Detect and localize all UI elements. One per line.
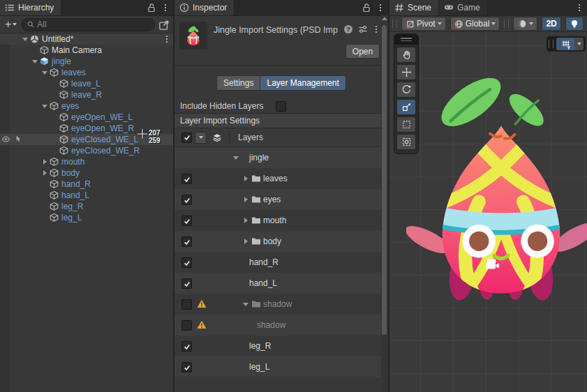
layer-checkbox[interactable]	[181, 216, 192, 226]
layer-checkbox[interactable]	[181, 341, 192, 352]
grid-visibility-toggle[interactable]: Y	[556, 38, 574, 50]
hierarchy-item-leaves[interactable]: leaves	[0, 67, 173, 78]
tab-hierarchy[interactable]: Hierarchy	[0, 0, 61, 15]
kebab-menu-icon[interactable]	[373, 24, 380, 34]
layer-row-hand_r[interactable]: hand_R	[174, 252, 388, 273]
chevron-down-icon	[13, 23, 17, 26]
camera-gizmo-icon[interactable]	[484, 258, 500, 270]
layer-row-shadow[interactable]: shadow	[174, 294, 388, 315]
lock-icon[interactable]	[362, 3, 371, 13]
expander-icon	[31, 45, 39, 56]
layer-name: mouth	[263, 216, 286, 225]
expander-icon[interactable]	[31, 56, 39, 67]
2d-mode-toggle[interactable]: 2D	[542, 17, 560, 31]
kebab-menu-icon[interactable]	[163, 34, 170, 44]
tab-layer-management[interactable]: Layer Management	[260, 75, 345, 91]
hierarchy-item-eyeopen_we_l[interactable]: eyeOpen_WE_L	[0, 112, 173, 123]
hierarchy-item-body[interactable]: body	[0, 167, 173, 179]
layer-checkbox[interactable]	[181, 174, 192, 184]
layer-row-body[interactable]: body	[174, 231, 388, 252]
lighting-toggle[interactable]	[565, 17, 584, 31]
tab-scene[interactable]: Scene	[389, 0, 439, 15]
scroll-up-arrow[interactable]	[382, 17, 387, 20]
expander-icon[interactable]	[242, 236, 250, 247]
expander-icon[interactable]	[40, 67, 49, 78]
layer-checkbox[interactable]	[181, 278, 192, 289]
kebab-menu-icon[interactable]	[162, 3, 169, 13]
hierarchy-item-main-camera[interactable]: Main Camera	[0, 45, 173, 56]
presets-icon[interactable]	[358, 24, 368, 34]
layer-row-eyes[interactable]: eyes	[174, 189, 388, 210]
layer-row-hand_l[interactable]: hand_L	[174, 273, 388, 294]
cube-icon	[49, 202, 59, 211]
scene-visibility-eye-icon[interactable]	[1, 135, 10, 144]
hierarchy-item-leg_r[interactable]: leg_R	[0, 201, 173, 212]
expander-icon[interactable]	[242, 299, 250, 310]
lock-icon[interactable]	[147, 3, 156, 13]
hierarchy-item-eyeopen_we_r[interactable]: eyeOpen_WE_R	[0, 123, 173, 134]
layer-row-shadow-child[interactable]: shadow	[174, 315, 388, 336]
add-object-button[interactable]: +	[3, 19, 19, 30]
layer-checkbox[interactable]	[181, 236, 192, 247]
kebab-menu-icon[interactable]	[377, 3, 384, 13]
hierarchy-item-leave_l[interactable]: leave_L	[0, 78, 173, 89]
hierarchy-search-input[interactable]: All	[22, 18, 155, 31]
hierarchy-item-eyeclosed_we_l[interactable]: eyeClosed_WE_L	[0, 134, 173, 145]
select-all-checkbox[interactable]	[181, 133, 192, 143]
layer-checkbox[interactable]	[181, 320, 192, 331]
toolbar-drag-handle[interactable]	[504, 20, 509, 28]
hierarchy-item-jingle[interactable]: jingle	[0, 56, 173, 67]
tab-settings[interactable]: Settings	[216, 75, 260, 91]
layer-row-jingle[interactable]: jingle	[174, 147, 388, 168]
global-dropdown[interactable]: Global	[450, 17, 500, 31]
inspector-scrollbar[interactable]	[381, 15, 388, 392]
help-icon[interactable]: ?	[343, 24, 353, 34]
tools-drag-handle[interactable]	[394, 34, 418, 45]
layer-checkbox[interactable]	[181, 257, 192, 268]
hierarchy-item-leg_l[interactable]: leg_L	[0, 212, 173, 223]
expander-icon[interactable]	[40, 100, 49, 112]
hierarchy-item-hand_l[interactable]: hand_L	[0, 190, 173, 201]
hierarchy-item-eyeclosed_we_r[interactable]: eyeClosed_WE_R	[0, 145, 173, 156]
layer-row-leg_l[interactable]: leg_L	[174, 356, 388, 377]
expander-icon[interactable]	[242, 215, 250, 226]
hierarchy-item-mouth[interactable]: mouth	[0, 156, 173, 167]
hierarchy-item-hand_r[interactable]: hand_R	[0, 179, 173, 190]
pivot-dropdown[interactable]: Pivot	[401, 17, 446, 31]
expander-icon[interactable]	[21, 33, 29, 45]
toolbar-drag-handle[interactable]	[549, 40, 553, 48]
layer-row-mouth[interactable]: mouth	[174, 210, 388, 231]
chevron-down-icon	[491, 22, 496, 25]
hierarchy-item-eyes[interactable]: eyes	[0, 100, 173, 112]
scene-picking-icon[interactable]	[13, 135, 22, 144]
hierarchy-item-leave_r[interactable]: leave_R	[0, 89, 173, 100]
layer-row-leg_r[interactable]: leg_R	[174, 336, 388, 356]
asset-title: Jingle Import Settings (PSD Imp	[214, 25, 353, 35]
layer-row-leaves[interactable]: leaves	[174, 168, 388, 189]
layer-checkbox[interactable]	[181, 362, 192, 372]
jingle-character[interactable]	[406, 70, 587, 308]
expander-icon[interactable]	[242, 194, 250, 205]
hierarchy-item-label: leg_R	[61, 202, 83, 211]
grid-options-dropdown[interactable]	[574, 38, 584, 50]
hand-tool-button[interactable]	[396, 47, 416, 63]
expander-icon[interactable]	[242, 173, 250, 184]
tab-inspector[interactable]: Inspector	[174, 0, 235, 15]
layer-checkbox[interactable]	[181, 299, 192, 310]
popout-window-icon[interactable]	[158, 19, 170, 30]
open-button[interactable]: Open	[345, 44, 380, 59]
expander-icon[interactable]	[40, 167, 49, 179]
checkbox-dropdown[interactable]	[195, 132, 207, 144]
scrollbar-thumb[interactable]	[382, 25, 387, 335]
layer-name: leg_L	[249, 362, 269, 372]
shading-mode-dropdown[interactable]	[513, 17, 537, 31]
expander-icon[interactable]	[40, 156, 49, 167]
kebab-menu-icon[interactable]	[576, 3, 583, 13]
layer-checkbox[interactable]	[181, 195, 192, 205]
scene-viewport[interactable]: Y	[389, 32, 587, 392]
include-hidden-layers-checkbox[interactable]	[276, 101, 286, 112]
expander-icon[interactable]	[232, 152, 240, 163]
toolbar-drag-handle[interactable]	[392, 20, 397, 28]
hierarchy-item-untitled-[interactable]: Untitled*	[0, 33, 173, 45]
tab-game[interactable]: Game	[439, 0, 488, 15]
